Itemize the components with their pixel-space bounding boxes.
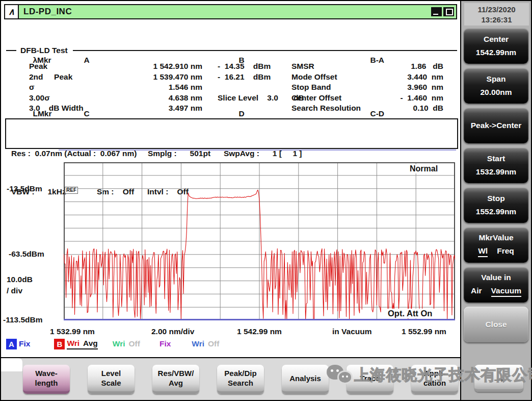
maximize-button[interactable] <box>443 7 454 16</box>
result-name: Search Resolution <box>291 103 361 114</box>
trace-state-label: Wri <box>67 339 79 348</box>
trace-state-label: Fix <box>19 339 30 348</box>
softkey-value-in[interactable]: Value inAirVacuum <box>464 267 528 303</box>
result-value: 1 542.910 nm <box>117 61 202 72</box>
function-tab-trace[interactable]: Trace <box>347 365 393 394</box>
tab-label-line1: Peak/Dip <box>224 368 256 378</box>
result-row-3-00: 3.00σ4.638 nmSlice Level 3.0 dB <box>29 93 304 104</box>
tab-label-line1: Level <box>101 368 121 378</box>
trace-key-badge: A <box>6 339 17 349</box>
result-row-search-resolution: Search Resolution0.10 dB <box>291 103 443 114</box>
minimize-button[interactable] <box>431 7 442 16</box>
result-row-center-offset: Center Offset- 1.460 nm <box>291 93 443 104</box>
trace-indicator-a: AFix <box>6 339 30 349</box>
result-row-smsr: SMSR1.86 dB <box>291 61 443 72</box>
tab-label-line1: Res/VBW/ <box>158 368 194 378</box>
softkey-span[interactable]: Span20.00nm <box>464 68 528 104</box>
tab-label-line1: Analysis <box>289 373 321 383</box>
sweep-settings-line1: Res : 0.07nm (Actual : 0.067 nm) Smplg :… <box>11 147 457 160</box>
result-name: σ <box>29 82 117 93</box>
tab-stub <box>1 358 22 371</box>
trace-status-bar: AFixBWriAvgWriOffFixWriOff <box>6 337 219 350</box>
softkey-value: 1552.99nm <box>476 207 516 216</box>
trace-indicator-3: Fix <box>159 339 171 348</box>
function-tab-appli-cation[interactable]: Appli-cation <box>411 365 458 394</box>
softkey-value: 20.00nm <box>480 88 512 97</box>
tab-label-line2: length <box>35 378 58 388</box>
result-row-2: σ1.546 nm <box>29 82 304 93</box>
sweep-settings-box: Res : 0.07nm (Actual : 0.067 nm) Smplg :… <box>5 118 458 149</box>
softkey-label: Stop <box>487 194 504 203</box>
trace-indicator-4: WriOff <box>192 339 219 348</box>
trace-indicator-b: BWriAvg <box>54 339 97 349</box>
tab-label-line2: Avg <box>169 378 183 388</box>
y-axis-scale-unit: / div <box>7 286 22 295</box>
softkey-value: 1542.99nm <box>476 48 516 57</box>
softkey-label: Start <box>487 154 505 163</box>
function-tab-next[interactable]: → <box>474 365 523 392</box>
window-controls <box>431 7 454 16</box>
x-axis-start-label: 1 532.99 nm <box>50 327 95 336</box>
softkey-center[interactable]: Center1542.99nm <box>464 28 528 64</box>
trace-state: WriOff <box>192 339 219 348</box>
tab-label-line2: Search <box>228 378 253 388</box>
result-name: 2nd Peak <box>29 72 117 83</box>
softkey-option-air: Air <box>471 286 482 297</box>
ref-level-tag: REF <box>65 187 78 194</box>
function-tab-level-scale[interactable]: LevelScale <box>88 365 135 394</box>
result-row-2nd-peak: 2nd Peak1 539.470 nm- 16.21 dBm <box>29 72 304 83</box>
softkey-label: Close <box>485 320 507 329</box>
result-row-mode-offset: Mode Offset3.440 nm <box>291 72 443 83</box>
trace-state-label: Fix <box>159 339 171 348</box>
softkey-mkrvalue[interactable]: MkrValueWlFreq <box>464 227 528 263</box>
trace-state-label2: Off <box>208 339 219 348</box>
softkey-close[interactable]: Close <box>464 307 528 342</box>
analysis-results-right: SMSR1.86 dBMode Offset3.440 nmStop Band3… <box>291 61 443 114</box>
result-row-stop-band: Stop Band3.960 nm <box>291 82 443 93</box>
y-axis-scale-label: 10.0dB <box>7 275 33 284</box>
softkey-stop[interactable]: Stop1552.99nm <box>464 187 528 223</box>
result-value: 4.638 nm <box>117 93 202 104</box>
x-axis-center-label: 1 542.99 nm <box>237 327 282 336</box>
softkey-label: MkrValue <box>478 233 513 242</box>
softkey-label: Center <box>484 35 509 44</box>
trace-key-badge: B <box>54 339 65 349</box>
result-row-peak: Peak1 542.910 nm- 14.35 dBm <box>29 61 304 72</box>
softkey-label: Value in <box>481 273 511 282</box>
function-tab-res-vbw-avg[interactable]: Res/VBW/Avg <box>152 365 199 394</box>
result-name: Peak <box>29 61 117 72</box>
result-name: Stop Band <box>291 82 331 93</box>
softkey-sidebar: 11/23/2020 13:26:31 Center1542.99nmSpan2… <box>461 1 531 400</box>
window-title: LD-PD_INC <box>23 7 72 17</box>
result-name: 3.0 dB Width <box>29 103 117 114</box>
trace-state-label2: Off <box>129 339 140 348</box>
result-value: 3.497 nm <box>117 103 202 114</box>
softkey-value: 1532.99nm <box>476 167 516 177</box>
softkey-peak-center[interactable]: Peak->Center <box>464 108 528 143</box>
next-page-arrow-icon: → <box>491 372 507 382</box>
tab-label-line1: Appli- <box>424 368 446 378</box>
y-axis-ref-label: -13.5dBm <box>7 184 42 193</box>
function-tab-analysis[interactable]: Analysis <box>282 365 329 394</box>
trace-state-label: Wri <box>192 339 204 348</box>
tab-label-line2: Scale <box>101 378 121 388</box>
result-extra: - 14.35 dBm <box>218 61 271 72</box>
divider-line <box>59 149 456 151</box>
x-axis-medium-label: in Vacuum <box>332 327 372 336</box>
softkey-option-wl: Wl <box>478 246 488 257</box>
trace-state: Fix <box>159 339 171 348</box>
x-axis-div-label: 2.00 nm/div <box>151 327 194 336</box>
result-value: 1 539.470 nm <box>117 72 202 83</box>
function-tab-wave-length[interactable]: Wave-length <box>23 365 70 394</box>
function-tab-peak-dip-search[interactable]: Peak/DipSearch <box>217 365 264 394</box>
trace-mode-label: Normal <box>408 164 440 173</box>
y-axis-bottom-label: -113.5dBm <box>3 315 43 324</box>
softkey-start[interactable]: Start1532.99nm <box>464 147 528 183</box>
trace-state: WriAvg <box>67 339 97 349</box>
result-row-3-0-db-width: 3.0 dB Width3.497 nm <box>29 103 304 114</box>
tab-label-line1: Wave- <box>35 368 58 378</box>
result-value: - 1.460 nm <box>401 93 443 104</box>
tab-label-line1: Trace <box>360 373 380 383</box>
app-logo-icon: ∧ <box>5 5 19 18</box>
result-value: 3.960 nm <box>407 82 443 93</box>
